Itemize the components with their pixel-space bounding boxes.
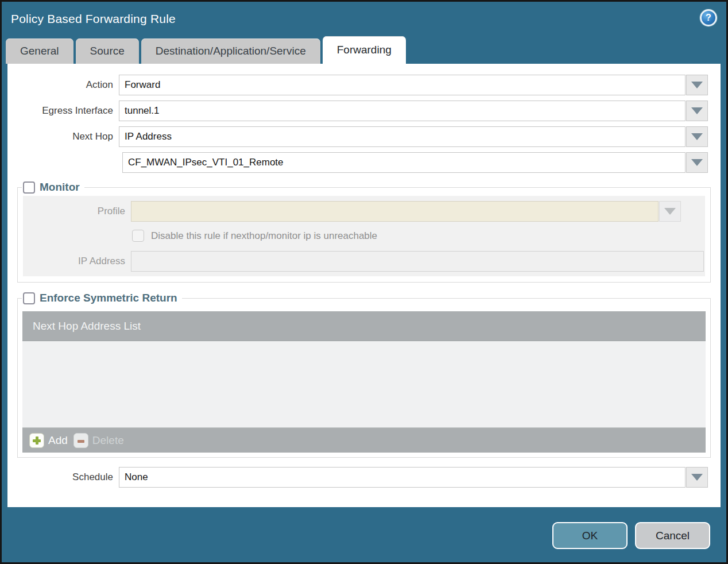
next-hop-value-row [7,152,708,173]
schedule-label: Schedule [7,472,119,483]
next-hop-row: Next Hop [7,126,708,147]
delete-button-label: Delete [92,434,124,447]
help-icon[interactable]: ? [700,9,717,26]
action-input[interactable] [119,75,686,95]
chevron-down-icon [691,159,703,166]
schedule-row: Schedule [7,467,708,488]
next-hop-address-table: Next Hop Address List Add Delete [22,311,706,453]
monitor-legend-label: Monitor [40,181,80,194]
disable-rule-row: Disable this rule if nexthop/monitor ip … [132,230,704,242]
monitor-panel: Profile Disable this rule if nexthop/mon… [23,196,705,276]
cancel-button[interactable]: Cancel [635,522,710,549]
next-hop-combo [119,126,708,147]
egress-interface-dropdown-button[interactable] [686,101,708,121]
dialog-titlebar: Policy Based Forwarding Rule ? [2,2,726,36]
next-hop-address-table-toolbar: Add Delete [22,427,706,453]
monitor-ip-label: IP Address [23,256,131,267]
monitor-ip-row: IP Address [23,251,704,272]
symmetric-return-checkbox[interactable] [23,292,35,304]
symmetric-return-legend: Enforce Symmetric Return [22,292,182,304]
action-label: Action [7,79,119,91]
tab-destination-label: Destination/Application/Service [156,45,306,57]
next-hop-address-input[interactable] [122,152,686,173]
plus-icon [29,433,44,448]
next-hop-dropdown-button[interactable] [686,126,708,147]
schedule-dropdown-button[interactable] [686,467,708,488]
chevron-down-icon [691,82,703,88]
chevron-down-icon [664,208,676,215]
egress-interface-row: Egress Interface [7,101,708,121]
monitor-ip-input [131,251,704,272]
profile-combo [131,201,681,222]
tab-source-label: Source [90,45,125,57]
profile-dropdown-button [659,201,681,222]
action-dropdown-button[interactable] [686,75,708,95]
dialog-footer: OK Cancel [2,507,726,563]
next-hop-type-input[interactable] [119,126,686,147]
next-hop-label: Next Hop [7,131,119,142]
minus-icon [73,433,88,448]
monitor-section: Monitor Profile Disable this rule if nex… [17,181,711,283]
add-button-label: Add [48,434,68,447]
tab-bar: General Source Destination/Application/S… [2,36,726,64]
tab-general-label: General [20,45,59,57]
tab-forwarding-label: Forwarding [337,44,392,56]
symmetric-return-section: Enforce Symmetric Return Next Hop Addres… [17,292,711,458]
tab-forwarding[interactable]: Forwarding [323,36,406,64]
delete-button: Delete [73,433,124,448]
profile-label: Profile [23,206,131,217]
tab-general[interactable]: General [6,38,73,64]
add-button[interactable]: Add [29,433,68,448]
dialog-title: Policy Based Forwarding Rule [11,12,176,26]
profile-row: Profile [23,200,704,222]
ok-button[interactable]: OK [552,522,628,549]
tab-source[interactable]: Source [76,38,139,64]
symmetric-return-legend-label: Enforce Symmetric Return [40,292,177,304]
monitor-legend: Monitor [22,181,84,194]
next-hop-address-dropdown-button[interactable] [686,152,708,173]
schedule-input[interactable] [119,467,686,488]
schedule-combo [119,467,708,488]
egress-interface-input[interactable] [119,101,686,121]
chevron-down-icon [691,107,703,114]
monitor-checkbox[interactable] [23,181,35,194]
egress-interface-label: Egress Interface [7,105,119,117]
help-glyph: ? [706,13,711,23]
next-hop-address-list-column: Next Hop Address List [33,320,141,333]
disable-rule-label: Disable this rule if nexthop/monitor ip … [151,230,377,242]
forwarding-tab-panel: Action Egress Interface Next Hop [7,64,721,507]
next-hop-value-combo [122,152,708,173]
egress-interface-combo [119,101,708,121]
chevron-down-icon [691,133,703,140]
action-combo [119,75,708,95]
profile-input [131,201,659,222]
next-hop-address-table-body[interactable] [22,341,706,427]
action-row: Action [7,75,708,95]
next-hop-address-table-header: Next Hop Address List [22,311,706,341]
tab-destination-application-service[interactable]: Destination/Application/Service [141,38,320,64]
chevron-down-icon [691,474,703,481]
disable-rule-checkbox [132,230,144,242]
